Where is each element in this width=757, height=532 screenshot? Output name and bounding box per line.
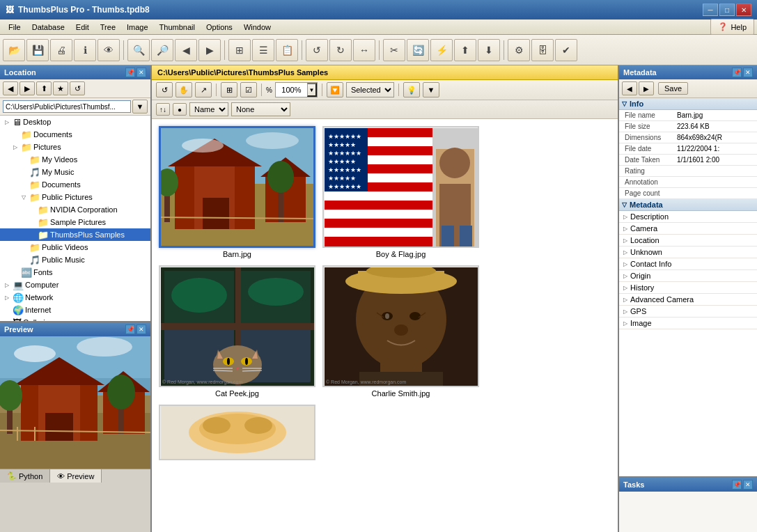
meta-origin[interactable]: ▷ Origin <box>619 270 757 282</box>
tree-item[interactable]: 🎵Public Music <box>0 253 150 266</box>
preview-close-button[interactable]: ✕ <box>136 324 146 334</box>
metadata-close-button[interactable]: ✕ <box>743 68 753 77</box>
database-button[interactable]: 🗄 <box>531 39 554 61</box>
convert-button[interactable]: 🔄 <box>407 39 429 61</box>
meta-image[interactable]: ▷ Image <box>619 318 757 329</box>
metadata-pin-button[interactable]: 📌 <box>732 68 742 77</box>
filter-select[interactable]: Selected All None <box>346 82 394 97</box>
meta-unknown[interactable]: ▷ Unknown <box>619 247 757 258</box>
flip-button[interactable]: ↔ <box>353 39 375 61</box>
nav-up-button[interactable]: ⬆ <box>36 81 52 95</box>
tree-item[interactable]: 🎵My Music <box>0 166 150 178</box>
meta-gps[interactable]: ▷ GPS <box>619 306 757 318</box>
nav-star-button[interactable]: ★ <box>53 81 68 95</box>
tree-item[interactable]: 📁Documents <box>0 178 150 191</box>
view-mode-button[interactable]: ⊞ <box>221 82 237 97</box>
zoom-input[interactable] <box>276 83 307 97</box>
open-button[interactable]: 📂 <box>3 39 25 61</box>
python-tab[interactable]: 🐍 Python <box>0 469 50 483</box>
thumb-portrait[interactable]: © Red Morgan, www.redmorgan.com Charlie … <box>322 265 479 398</box>
rotate-right-button[interactable]: ↻ <box>329 39 352 61</box>
save-button[interactable]: 💾 <box>26 39 49 61</box>
thumb-cat[interactable]: © Red Morgan, www.redmorgan.com Cat Peek… <box>159 265 315 398</box>
tree-item[interactable]: 📁ThumbsPlus Samples <box>0 228 150 241</box>
preview-pin-button[interactable]: 📌 <box>125 324 135 334</box>
filter-button[interactable]: 🔽 <box>327 82 343 97</box>
thumb-flag[interactable]: ★★★★★★ ★★★★★ ★★★★★★ ★★★★★ ★★★★★★ ★★★★★ ★… <box>322 126 479 258</box>
menu-database[interactable]: Database <box>26 22 70 33</box>
tree-item[interactable]: ▷💻Computer <box>0 279 150 291</box>
tree-item[interactable]: 📁Sample Pictures <box>0 216 150 228</box>
light-button[interactable]: 💡 <box>403 82 420 97</box>
tree-item[interactable]: 📁Public Videos <box>0 241 150 253</box>
menu-image[interactable]: Image <box>121 22 154 33</box>
tree-container[interactable]: ▷🖥Desktop 📁Documents▷📁Pictures 📁My Video… <box>0 116 150 321</box>
tasks-close-button[interactable]: ✕ <box>743 480 753 490</box>
zoom-out-button[interactable]: 🔎 <box>151 39 173 61</box>
check-button[interactable]: ✔ <box>555 39 577 61</box>
select-button[interactable]: ↗ <box>195 82 212 97</box>
nav-forward-button[interactable]: ▶ <box>19 81 35 95</box>
download-button[interactable]: ⬇ <box>478 39 500 61</box>
prev-button[interactable]: ◀ <box>175 39 197 61</box>
tree-item[interactable]: ▷🖥Desktop <box>0 116 150 128</box>
metadata-info-section[interactable]: ▽ Info <box>619 98 757 110</box>
tree-item[interactable]: 🔤Fonts <box>0 266 150 279</box>
print-button[interactable]: 🖨 <box>50 39 72 61</box>
more-button[interactable]: ▼ <box>423 82 439 97</box>
path-input[interactable]: C:\Users\Public\Pictures\Thumbsf... <box>3 100 131 113</box>
details-button[interactable]: 📋 <box>276 39 298 61</box>
nav-back-button[interactable]: ◀ <box>3 81 18 95</box>
tree-item[interactable]: 📁My Videos <box>0 153 150 166</box>
tree-item[interactable]: 🌍Internet <box>0 304 150 316</box>
next-button[interactable]: ▶ <box>198 39 221 61</box>
zoom-in-button[interactable]: 🔍 <box>127 39 150 61</box>
info-button[interactable]: ℹ <box>74 39 96 61</box>
refresh-button[interactable]: ↺ <box>156 82 173 97</box>
location-pin-button[interactable]: 📌 <box>125 68 135 77</box>
zoom-dropdown-button[interactable]: ▼ <box>307 83 317 97</box>
meta-next-button[interactable]: ▶ <box>639 81 654 95</box>
tree-item[interactable]: ▷🌐Network <box>0 291 150 304</box>
tree-item[interactable]: ▷📁Pictures <box>0 141 150 153</box>
meta-camera[interactable]: ▷ Camera <box>619 223 757 235</box>
meta-history[interactable]: ▷ History <box>619 282 757 294</box>
path-dropdown-button[interactable]: ▼ <box>132 100 148 114</box>
meta-advanced-camera[interactable]: ▷ Advanced Camera <box>619 294 757 306</box>
menu-file[interactable]: File <box>3 22 26 33</box>
preview-tab[interactable]: 👁 Preview <box>50 469 102 483</box>
tree-item[interactable]: 📁NVIDIA Corporation <box>0 203 150 216</box>
maximize-button[interactable]: □ <box>719 3 735 16</box>
sort-secondary-button[interactable]: ● <box>173 103 187 116</box>
meta-prev-button[interactable]: ◀ <box>622 81 637 95</box>
menu-thumbnail[interactable]: Thumbnail <box>154 22 201 33</box>
tasks-pin-button[interactable]: 📌 <box>732 480 742 490</box>
sort-field-select[interactable]: Name Date Size Type <box>189 102 228 116</box>
metadata-section-header[interactable]: ▽ Metadata <box>619 199 757 211</box>
view-list-button[interactable]: ☑ <box>240 82 257 97</box>
view-button[interactable]: 👁 <box>97 39 120 61</box>
thumbnails-area[interactable]: Barn.jpg <box>152 119 618 532</box>
thumb-food[interactable] <box>159 405 315 460</box>
meta-contact-info[interactable]: ▷ Contact Info <box>619 258 757 270</box>
meta-description[interactable]: ▷ Description <box>619 211 757 223</box>
location-close-button[interactable]: ✕ <box>136 68 146 77</box>
crop-button[interactable]: ✂ <box>383 39 405 61</box>
meta-location[interactable]: ▷ Location <box>619 235 757 247</box>
minimize-button[interactable]: ─ <box>703 3 718 16</box>
tree-item[interactable]: ▷🖼Galleries <box>0 316 150 321</box>
help-button[interactable]: ❓ Help <box>710 19 754 35</box>
upload-button[interactable]: ⬆ <box>454 39 476 61</box>
settings-button[interactable]: ⚙ <box>508 39 530 61</box>
thumb-barn[interactable]: Barn.jpg <box>159 126 315 258</box>
close-button[interactable]: ✕ <box>736 3 751 16</box>
sort-direction-button[interactable]: ↑↓ <box>156 103 170 116</box>
rotate-left-button[interactable]: ↺ <box>306 39 328 61</box>
menu-edit[interactable]: Edit <box>70 22 95 33</box>
menu-options[interactable]: Options <box>201 22 238 33</box>
menu-window[interactable]: Window <box>238 22 276 33</box>
grid-button[interactable]: ⊞ <box>228 39 251 61</box>
batch-button[interactable]: ⚡ <box>430 39 453 61</box>
list-button[interactable]: ☰ <box>252 39 274 61</box>
sort-order-select[interactable]: None Ascending Descending <box>231 102 290 116</box>
